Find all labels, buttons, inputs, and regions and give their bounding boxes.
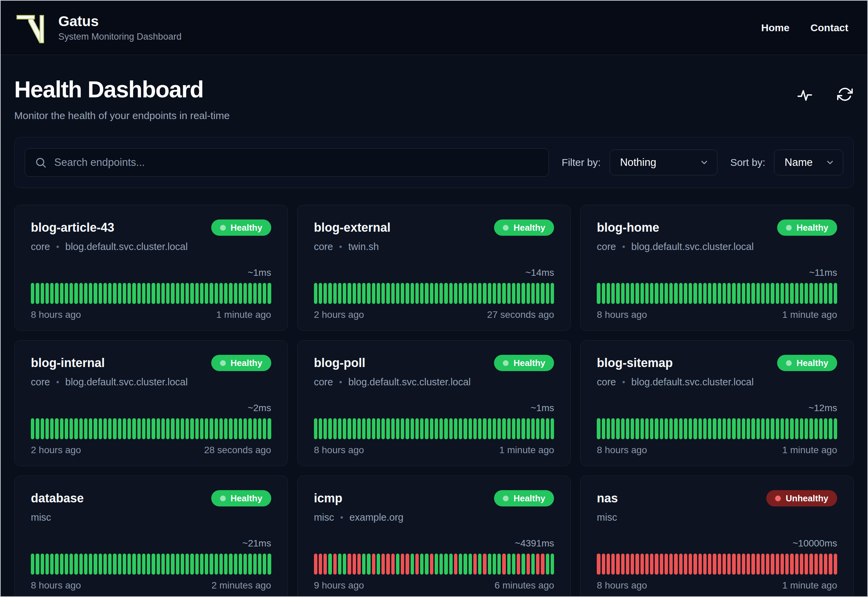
status-bar-up[interactable]	[809, 283, 813, 304]
status-bar-up[interactable]	[127, 283, 131, 304]
status-bar-up[interactable]	[454, 418, 458, 439]
status-bar-up[interactable]	[396, 554, 399, 575]
status-bar-up[interactable]	[74, 418, 78, 439]
status-bar-up[interactable]	[205, 554, 208, 575]
status-bar-up[interactable]	[776, 418, 779, 439]
status-bar-up[interactable]	[171, 554, 174, 575]
status-bar-up[interactable]	[93, 418, 97, 439]
status-bar-up[interactable]	[348, 283, 351, 304]
status-bar-up[interactable]	[546, 554, 549, 575]
status-bar-up[interactable]	[268, 283, 271, 304]
status-bar-up[interactable]	[50, 418, 53, 439]
status-bar-up[interactable]	[766, 283, 769, 304]
status-bar-up[interactable]	[834, 418, 837, 439]
status-bar-up[interactable]	[502, 418, 505, 439]
status-bar-down[interactable]	[536, 554, 539, 575]
nav-link-contact[interactable]: Contact	[810, 22, 848, 34]
status-bar-up[interactable]	[478, 283, 481, 304]
status-bar-up[interactable]	[65, 283, 68, 304]
status-bar-up[interactable]	[166, 418, 170, 439]
status-bar-up[interactable]	[546, 283, 549, 304]
status-bar-up[interactable]	[493, 418, 496, 439]
status-bar-up[interactable]	[372, 418, 375, 439]
status-bar-up[interactable]	[478, 554, 481, 575]
status-bar-up[interactable]	[323, 283, 327, 304]
status-bar-up[interactable]	[70, 418, 73, 439]
filter-select[interactable]: Nothing	[610, 150, 717, 175]
status-bar-up[interactable]	[819, 283, 822, 304]
status-bar-down[interactable]	[483, 554, 486, 575]
status-bar-down[interactable]	[386, 554, 390, 575]
status-bar-up[interactable]	[161, 283, 165, 304]
status-bar-down[interactable]	[621, 554, 625, 575]
status-bar-up[interactable]	[171, 283, 174, 304]
status-bar-up[interactable]	[372, 283, 375, 304]
status-bar-up[interactable]	[488, 418, 491, 439]
status-bar-up[interactable]	[219, 283, 223, 304]
status-bar-up[interactable]	[89, 283, 92, 304]
status-bar-up[interactable]	[36, 283, 39, 304]
status-bar-up[interactable]	[440, 283, 443, 304]
status-bar-up[interactable]	[79, 554, 83, 575]
status-bar-up[interactable]	[118, 283, 121, 304]
status-bar-up[interactable]	[517, 283, 520, 304]
status-bar-down[interactable]	[809, 554, 813, 575]
status-bar-up[interactable]	[142, 554, 145, 575]
nav-link-home[interactable]: Home	[761, 22, 789, 34]
status-bar-up[interactable]	[621, 418, 625, 439]
status-bar-up[interactable]	[357, 283, 361, 304]
status-bar-up[interactable]	[185, 554, 189, 575]
endpoint-card[interactable]: blog-internal Healthy core • blog.defaul…	[14, 340, 288, 466]
status-bar-up[interactable]	[410, 418, 414, 439]
status-bar-up[interactable]	[708, 283, 711, 304]
status-bar-up[interactable]	[258, 554, 261, 575]
status-bar-up[interactable]	[31, 283, 34, 304]
status-bar-up[interactable]	[507, 554, 511, 575]
status-bar-up[interactable]	[718, 418, 721, 439]
status-bar-down[interactable]	[751, 554, 755, 575]
status-bar-up[interactable]	[166, 554, 170, 575]
status-bar-up[interactable]	[507, 418, 511, 439]
status-bar-up[interactable]	[55, 554, 58, 575]
status-bar-up[interactable]	[46, 554, 49, 575]
status-bar-up[interactable]	[151, 418, 155, 439]
status-bar-up[interactable]	[89, 418, 92, 439]
status-bar-up[interactable]	[713, 418, 716, 439]
status-bar-up[interactable]	[239, 554, 242, 575]
status-bar-down[interactable]	[679, 554, 683, 575]
status-bar-up[interactable]	[215, 554, 218, 575]
status-bar-up[interactable]	[415, 283, 419, 304]
endpoint-card[interactable]: blog-external Healthy core • twin.sh ~14…	[297, 205, 571, 331]
status-bar-down[interactable]	[669, 554, 673, 575]
status-bar-down[interactable]	[517, 554, 520, 575]
status-bar-up[interactable]	[127, 418, 131, 439]
status-bar-down[interactable]	[804, 554, 808, 575]
status-bar-up[interactable]	[483, 283, 486, 304]
status-bar-up[interactable]	[234, 283, 237, 304]
status-bar-up[interactable]	[498, 418, 501, 439]
status-bar-up[interactable]	[444, 283, 447, 304]
status-bar-up[interactable]	[679, 418, 683, 439]
status-bar-up[interactable]	[679, 283, 683, 304]
status-bar-down[interactable]	[319, 554, 322, 575]
status-bar-up[interactable]	[698, 283, 702, 304]
status-bar-down[interactable]	[698, 554, 702, 575]
status-bar-down[interactable]	[718, 554, 721, 575]
status-bar-down[interactable]	[781, 554, 784, 575]
status-bar-up[interactable]	[693, 418, 697, 439]
status-bar-up[interactable]	[36, 554, 39, 575]
status-bar-down[interactable]	[727, 554, 731, 575]
status-bar-up[interactable]	[747, 418, 750, 439]
status-bar-down[interactable]	[757, 554, 760, 575]
status-bar-up[interactable]	[551, 554, 554, 575]
status-bar-down[interactable]	[415, 554, 419, 575]
status-bar-up[interactable]	[190, 418, 194, 439]
status-bar-up[interactable]	[79, 283, 83, 304]
status-bar-up[interactable]	[689, 283, 692, 304]
status-bar-up[interactable]	[142, 283, 145, 304]
status-bar-up[interactable]	[689, 418, 692, 439]
status-bar-up[interactable]	[263, 418, 266, 439]
status-bar-up[interactable]	[157, 418, 160, 439]
status-bar-down[interactable]	[372, 554, 375, 575]
status-bar-down[interactable]	[684, 554, 687, 575]
